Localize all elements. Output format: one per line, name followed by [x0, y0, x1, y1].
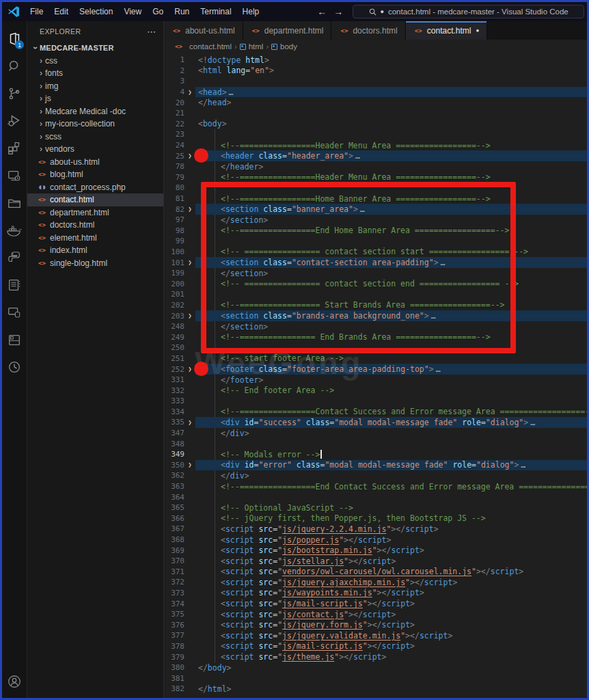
- code-line-377[interactable]: 377<script src="js/jquery.validate.min.j…: [164, 630, 587, 641]
- line-number[interactable]: 1: [164, 55, 184, 64]
- code-line-98[interactable]: 98<!--================End Home Banner Ar…: [164, 226, 587, 237]
- line-number[interactable]: 366: [164, 514, 184, 523]
- line-number[interactable]: 98: [164, 226, 184, 235]
- code-line-249[interactable]: 249<!--================ End Brands Area …: [164, 332, 587, 342]
- code-line-202[interactable]: 202<!--================= Start Brands Ar…: [164, 300, 587, 311]
- line-number[interactable]: 248: [164, 322, 184, 331]
- account-icon[interactable]: [3, 668, 26, 695]
- code-line-382[interactable]: 382</html>: [164, 684, 587, 695]
- line-number[interactable]: 334: [164, 407, 184, 416]
- line-number[interactable]: 203: [164, 312, 184, 321]
- code-line-335[interactable]: 335❯<div id="success" class="modal modal…: [164, 417, 587, 428]
- fold-chevron-icon[interactable]: ❯: [184, 89, 195, 96]
- line-number[interactable]: 348: [164, 440, 184, 448]
- line-number[interactable]: 349: [164, 450, 184, 459]
- tree-item-contact-process-php[interactable]: ◖◗contact_process.php: [27, 181, 163, 194]
- code-line-362[interactable]: 362</div>: [164, 470, 587, 481]
- code-line-331[interactable]: 331</footer>: [164, 375, 587, 386]
- tree-root-medcare-master[interactable]: ›MEDCARE-MASTER: [27, 42, 163, 55]
- line-number[interactable]: 362: [164, 471, 184, 480]
- code-line-250[interactable]: 250: [164, 342, 587, 353]
- code-line-369[interactable]: 369<script src="js/bootstrap.min.js"></s…: [164, 545, 587, 556]
- line-number[interactable]: 347: [164, 429, 184, 438]
- tree-item-css[interactable]: ›css: [27, 55, 163, 68]
- code-line-80[interactable]: 80: [164, 183, 587, 193]
- tree-item-js[interactable]: ›js: [27, 92, 163, 105]
- explorer-icon[interactable]: 1: [3, 25, 26, 53]
- search-icon[interactable]: [3, 53, 26, 80]
- code-line-364[interactable]: 364: [164, 492, 587, 502]
- docker-icon[interactable]: [3, 217, 26, 244]
- code-line-78[interactable]: 78</header>: [164, 161, 587, 172]
- line-number[interactable]: 363: [164, 482, 184, 491]
- tab-dirty-dot[interactable]: ●: [476, 27, 479, 33]
- code-line-4[interactable]: 4❯<head>…: [164, 87, 587, 98]
- line-number[interactable]: 25: [164, 152, 184, 161]
- line-number[interactable]: 3: [164, 77, 184, 85]
- menu-run[interactable]: Run: [169, 5, 194, 18]
- tree-item-index-html[interactable]: <>index.html: [27, 244, 163, 257]
- line-number[interactable]: 368: [164, 535, 184, 544]
- line-number[interactable]: 331: [164, 375, 184, 384]
- line-number[interactable]: 97: [164, 215, 184, 224]
- line-number[interactable]: 373: [164, 589, 184, 597]
- line-number[interactable]: 250: [164, 343, 184, 352]
- line-number[interactable]: 370: [164, 556, 184, 565]
- run-debug-icon[interactable]: [3, 107, 26, 135]
- menu-help[interactable]: Help: [238, 5, 264, 18]
- line-number[interactable]: 80: [164, 183, 184, 192]
- code-line-366[interactable]: 366<!-- jQuery first, then Popper.js, th…: [164, 513, 587, 524]
- code-line-367[interactable]: 367<script src="js/jquery-2.2.4.min.js">…: [164, 524, 587, 535]
- fold-chevron-icon[interactable]: ❯: [184, 366, 195, 373]
- code-line-373[interactable]: 373<script src="js/waypoints.min.js"></s…: [164, 588, 587, 599]
- back-arrow-icon[interactable]: ←: [317, 6, 327, 17]
- code-line-375[interactable]: 375<script src="js/contact.js"></script>: [164, 609, 587, 620]
- line-number[interactable]: 99: [164, 237, 184, 245]
- code-line-3[interactable]: 3: [164, 76, 587, 87]
- code-line-380[interactable]: 380</body>: [164, 662, 587, 673]
- code-line-200[interactable]: 200<!-- ================ contact section…: [164, 278, 587, 289]
- remote-explorer-icon[interactable]: [3, 162, 26, 189]
- code-line-22[interactable]: 22<body>: [164, 119, 587, 130]
- tab-contact-html[interactable]: <>contact.html●: [406, 21, 488, 40]
- code-line-1[interactable]: 1<!doctype html>: [164, 55, 587, 66]
- line-number[interactable]: 380: [164, 663, 184, 672]
- tree-item-scss[interactable]: ›scss: [27, 131, 163, 144]
- line-number[interactable]: 252: [164, 365, 184, 374]
- line-number[interactable]: 199: [164, 269, 184, 278]
- line-number[interactable]: 379: [164, 653, 184, 662]
- code-line-370[interactable]: 370<script src="js/stellar.js"></script>: [164, 556, 587, 567]
- line-number[interactable]: 376: [164, 621, 184, 630]
- source-control-icon[interactable]: [3, 80, 26, 107]
- line-number[interactable]: 249: [164, 333, 184, 342]
- tree-item-single-blog-html[interactable]: <>single-blog.html: [27, 257, 163, 270]
- fold-chevron-icon[interactable]: ❯: [184, 206, 195, 213]
- line-number[interactable]: 2: [164, 66, 184, 75]
- code-line-24[interactable]: 24<!--================Header Menu Area =…: [164, 140, 587, 151]
- tree-item-medcare-medical-doc[interactable]: ›Medcare Medical -doc: [27, 105, 163, 118]
- code-line-99[interactable]: 99: [164, 236, 587, 247]
- code-line-79[interactable]: 79<!--================Header Menu Area =…: [164, 172, 587, 183]
- code-line-334[interactable]: 334<!--================Contact Success a…: [164, 407, 587, 418]
- code-line-81[interactable]: 81<!--================Home Banner Area =…: [164, 193, 587, 204]
- code-editor[interactable]: 1<!doctype html>2<html lang="en">34❯<hea…: [164, 53, 587, 698]
- fold-chevron-icon[interactable]: ❯: [184, 152, 195, 159]
- code-line-100[interactable]: 100<!-- ================ contact section…: [164, 247, 587, 258]
- line-number[interactable]: 333: [164, 396, 184, 405]
- fold-chevron-icon[interactable]: ❯: [184, 259, 195, 266]
- forward-arrow-icon[interactable]: →: [333, 6, 343, 17]
- line-number[interactable]: 377: [164, 631, 184, 640]
- tree-item-contact-html[interactable]: <>contact.html: [27, 193, 163, 206]
- breadcrumb-item[interactable]: contact.html: [189, 42, 232, 51]
- code-line-350[interactable]: 350❯<div id="error" class="modal modal-m…: [164, 460, 587, 471]
- code-line-23[interactable]: 23: [164, 129, 587, 140]
- code-line-252[interactable]: 252❯<footer class="footer-area area-padd…: [164, 364, 587, 375]
- line-number[interactable]: 21: [164, 109, 184, 118]
- code-line-379[interactable]: 379<script src="js/theme.js"></script>: [164, 651, 587, 662]
- command-center[interactable]: ● contact.html - medcare-master - Visual…: [353, 5, 584, 18]
- code-line-347[interactable]: 347</div>: [164, 428, 587, 439]
- explorer-more-actions-icon[interactable]: ⋯: [147, 27, 156, 37]
- tab-about-us-html[interactable]: <>about-us.html: [164, 21, 243, 40]
- line-number[interactable]: 22: [164, 120, 184, 129]
- tree-item-department-html[interactable]: <>department.html: [27, 206, 163, 219]
